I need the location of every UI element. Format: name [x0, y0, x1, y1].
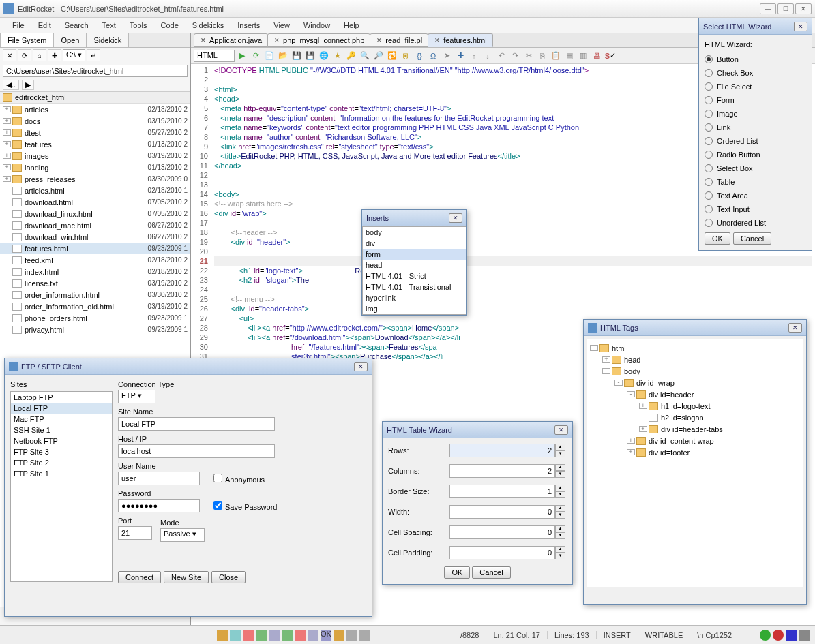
- tree-node[interactable]: +div id=content-wrap: [590, 435, 800, 446]
- tool-down-icon[interactable]: ↓: [481, 50, 494, 62]
- file-row[interactable]: +press_releases03/30/2009 0: [0, 173, 190, 185]
- status-stop-icon[interactable]: [786, 630, 797, 641]
- status-record-icon[interactable]: [773, 630, 784, 641]
- forward-button[interactable]: ▶: [22, 80, 34, 90]
- insert-item[interactable]: div: [363, 238, 466, 249]
- radio-icon[interactable]: [705, 178, 713, 186]
- insert-item[interactable]: img: [363, 303, 466, 314]
- site-item[interactable]: Mac FTP: [11, 414, 112, 425]
- language-select[interactable]: HTML: [194, 50, 235, 62]
- wizard-option[interactable]: Text Input: [705, 205, 806, 213]
- insert-item[interactable]: HTML 4.01 - Strict: [363, 271, 466, 281]
- padding-input[interactable]: [449, 546, 555, 559]
- expand-icon[interactable]: +: [627, 449, 635, 455]
- menu-code[interactable]: Code: [153, 20, 185, 31]
- tool-cut-icon[interactable]: ✂: [522, 50, 535, 62]
- cancel-button[interactable]: Cancel: [472, 566, 510, 579]
- expand-icon[interactable]: +: [3, 176, 11, 182]
- tool-horseshoe-icon[interactable]: Ω: [427, 50, 439, 62]
- site-item[interactable]: Laptop FTP: [11, 392, 112, 403]
- expand-icon[interactable]: -: [590, 345, 598, 351]
- tool-doc-icon[interactable]: ▤: [563, 50, 576, 62]
- tree-node[interactable]: -div id=header: [590, 388, 800, 400]
- tags-tree[interactable]: -html+head-body-div id=wrap-div id=heade…: [587, 339, 803, 587]
- status-icon[interactable]: [230, 630, 241, 641]
- maximize-button[interactable]: ☐: [777, 3, 794, 14]
- file-row[interactable]: articles.html02/18/2010 1: [0, 185, 190, 196]
- sites-list[interactable]: Laptop FTPLocal FTPMac FTPSSH Site 1Netb…: [10, 391, 113, 582]
- close-icon[interactable]: ✕: [354, 362, 368, 371]
- tool-search-icon[interactable]: 🔍: [359, 50, 371, 62]
- tool-wand-icon[interactable]: ★: [331, 50, 344, 62]
- site-item[interactable]: Local FTP: [11, 403, 112, 414]
- wizard-option[interactable]: Check Box: [705, 69, 806, 77]
- close-tab-icon[interactable]: ✕: [434, 37, 441, 44]
- insert-item[interactable]: head: [363, 260, 466, 271]
- file-row[interactable]: order_information.html03/30/2010 2: [0, 289, 190, 301]
- save-password-checkbox[interactable]: Save Password: [213, 501, 277, 511]
- wizard-option[interactable]: Image: [705, 110, 806, 118]
- file-row[interactable]: +features01/13/2010 2: [0, 138, 190, 150]
- editor-tab[interactable]: ✕php_mysql_connect.php: [267, 33, 370, 47]
- file-row[interactable]: download_linux.html07/05/2010 2: [0, 208, 190, 219]
- wizard-option[interactable]: Button: [705, 55, 806, 63]
- menu-view[interactable]: View: [267, 20, 297, 31]
- file-row[interactable]: download_mac.html06/27/2010 2: [0, 219, 190, 231]
- new-site-button[interactable]: New Site: [164, 571, 209, 583]
- status-icon[interactable]: [295, 630, 306, 641]
- menu-edit[interactable]: Edit: [31, 20, 58, 31]
- tool-doc2-icon[interactable]: ▥: [577, 50, 589, 62]
- file-row[interactable]: +landing01/13/2010 2: [0, 162, 190, 173]
- menu-inserts[interactable]: Inserts: [231, 20, 267, 31]
- tool-redo-icon[interactable]: ↷: [509, 50, 521, 62]
- site-item[interactable]: FTP Site 3: [11, 446, 112, 457]
- file-row[interactable]: +docs03/19/2010 2: [0, 115, 190, 127]
- insert-item[interactable]: hyperlink: [363, 292, 466, 303]
- tool-open-icon[interactable]: 📂: [277, 50, 289, 62]
- tool-plus-icon[interactable]: ✚: [454, 50, 466, 62]
- file-row[interactable]: +articles02/18/2010 2: [0, 104, 190, 115]
- tree-node[interactable]: +div id=header-tabs: [590, 423, 800, 435]
- expand-icon[interactable]: +: [3, 153, 11, 159]
- site-item[interactable]: FTP Site 1: [11, 468, 112, 479]
- tool-globe-icon[interactable]: 🌐: [318, 50, 330, 62]
- menu-sidekicks[interactable]: Sidekicks: [186, 20, 231, 31]
- file-row[interactable]: phone_orders.html09/23/2009 1: [0, 312, 190, 324]
- minimize-button[interactable]: —: [760, 3, 776, 14]
- port-input[interactable]: [118, 526, 152, 540]
- insert-item[interactable]: form: [363, 249, 466, 260]
- side-tab-file-system[interactable]: File System: [0, 33, 54, 47]
- editor-tab[interactable]: ✕features.html: [428, 33, 493, 47]
- tree-node[interactable]: -body: [590, 365, 800, 377]
- tool-undo-icon[interactable]: ↶: [495, 50, 507, 62]
- file-row[interactable]: privacy.html09/23/2009 1: [0, 324, 190, 335]
- tool-right-arrow-icon[interactable]: ➤: [441, 50, 453, 62]
- cancel-button[interactable]: Cancel: [733, 232, 771, 245]
- file-row[interactable]: feed.xml02/18/2010 2: [0, 254, 190, 266]
- insert-item[interactable]: HTML 4.01 - Transistional: [363, 281, 466, 292]
- file-row[interactable]: +dtest05/27/2010 2: [0, 127, 190, 138]
- radio-icon[interactable]: [705, 69, 713, 77]
- anonymous-checkbox[interactable]: Anonymous: [213, 474, 265, 484]
- site-name-input[interactable]: [118, 417, 275, 431]
- tool-refresh-icon[interactable]: ⟳: [250, 50, 262, 62]
- inserts-list[interactable]: bodydivformheadHTML 4.01 - StrictHTML 4.…: [362, 226, 466, 315]
- wizard-option[interactable]: File Select: [705, 82, 806, 91]
- tool-print-icon[interactable]: 🖶: [591, 50, 603, 62]
- tool-braces-icon[interactable]: {}: [413, 50, 426, 62]
- tool-copy-icon[interactable]: ⎘: [536, 50, 548, 62]
- file-row[interactable]: license.txt03/19/2010 2: [0, 277, 190, 289]
- status-icon[interactable]: OK: [321, 630, 331, 641]
- wizard-option[interactable]: Form: [705, 96, 806, 104]
- radio-icon[interactable]: [705, 123, 713, 132]
- status-icon[interactable]: [359, 630, 370, 641]
- path-input[interactable]: C:\Users\user\Sites\editrocket_html: [3, 65, 188, 77]
- status-play-icon[interactable]: [760, 630, 771, 641]
- ok-button[interactable]: OK: [444, 566, 470, 579]
- radio-icon[interactable]: [705, 191, 713, 200]
- refresh-icon[interactable]: ⟳: [18, 49, 31, 61]
- tree-node[interactable]: h2 id=slogan: [590, 412, 800, 423]
- conn-type-select[interactable]: FTP ▾: [118, 390, 155, 403]
- up-button[interactable]: ◀..: [3, 80, 19, 90]
- border-input[interactable]: [449, 485, 555, 498]
